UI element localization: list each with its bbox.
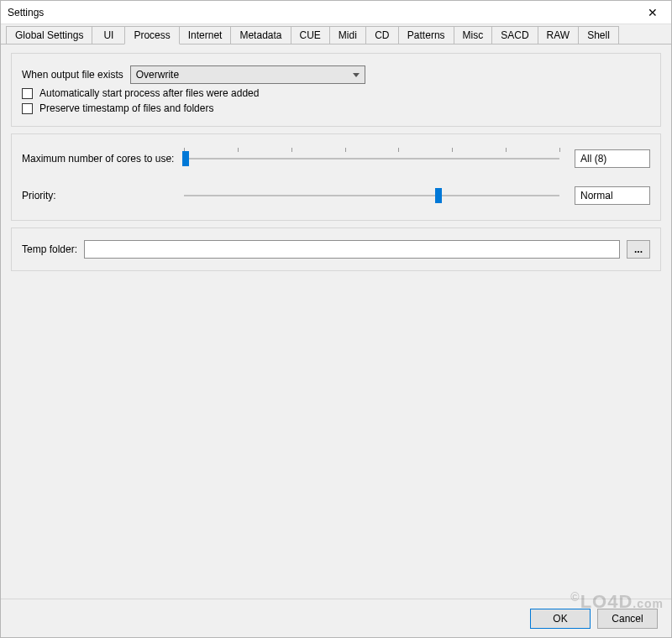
priority-slider[interactable] <box>176 183 568 208</box>
preserve-ts-checkbox[interactable] <box>22 103 33 114</box>
ok-button[interactable]: OK <box>530 609 591 629</box>
tab-process[interactable]: Process <box>124 26 179 44</box>
auto-start-label: Automatically start process after files … <box>39 87 259 99</box>
chevron-down-icon <box>353 73 360 77</box>
priority-label: Priority: <box>22 190 169 201</box>
output-exists-combo[interactable]: Overwrite <box>130 65 365 84</box>
tab-metadata[interactable]: Metadata <box>230 26 291 44</box>
temp-folder-input[interactable] <box>84 240 620 259</box>
preserve-ts-row[interactable]: Preserve timestamp of files and folders <box>22 102 650 114</box>
tab-midi[interactable]: Midi <box>329 26 366 44</box>
tab-cd[interactable]: CD <box>365 26 399 44</box>
tab-shell[interactable]: Shell <box>578 26 619 44</box>
tab-cue[interactable]: CUE <box>291 26 330 44</box>
performance-group: Maximum number of cores to use: All (8) … <box>11 133 661 221</box>
tab-raw[interactable]: RAW <box>538 26 580 44</box>
browse-button[interactable]: ... <box>627 240 650 259</box>
tab-internet[interactable]: Internet <box>179 26 232 44</box>
preserve-ts-label: Preserve timestamp of files and folders <box>39 102 213 114</box>
cores-slider[interactable] <box>176 146 568 171</box>
auto-start-checkbox[interactable] <box>22 88 33 99</box>
tab-sacd[interactable]: SACD <box>491 26 538 44</box>
output-exists-value: Overwrite <box>136 69 179 81</box>
window-title: Settings <box>8 7 44 18</box>
output-group: When output file exists Overwrite Automa… <box>11 53 661 127</box>
auto-start-row[interactable]: Automatically start process after files … <box>22 87 650 99</box>
cores-label: Maximum number of cores to use: <box>22 153 169 165</box>
tab-content-process: When output file exists Overwrite Automa… <box>1 44 671 599</box>
tab-misc[interactable]: Misc <box>454 26 493 44</box>
tabstrip: Global SettingsUIProcessInternetMetadata… <box>1 24 671 44</box>
cores-slider-thumb[interactable] <box>182 151 189 166</box>
titlebar: Settings ✕ <box>1 1 671 24</box>
cancel-button[interactable]: Cancel <box>597 609 658 629</box>
tab-global-settings[interactable]: Global Settings <box>6 26 92 44</box>
tab-ui[interactable]: UI <box>92 26 125 44</box>
settings-window: Settings ✕ Global SettingsUIProcessInter… <box>0 0 672 638</box>
cores-value-input[interactable]: All (8) <box>575 149 650 168</box>
temp-label: Temp folder: <box>22 243 77 255</box>
priority-value-input[interactable]: Normal <box>575 186 650 205</box>
dialog-footer: OK Cancel <box>1 599 671 637</box>
tab-patterns[interactable]: Patterns <box>398 26 454 44</box>
priority-slider-thumb[interactable] <box>435 188 442 203</box>
temp-group: Temp folder: ... <box>11 227 661 271</box>
close-icon[interactable]: ✕ <box>641 1 664 24</box>
output-exists-label: When output file exists <box>22 69 123 81</box>
